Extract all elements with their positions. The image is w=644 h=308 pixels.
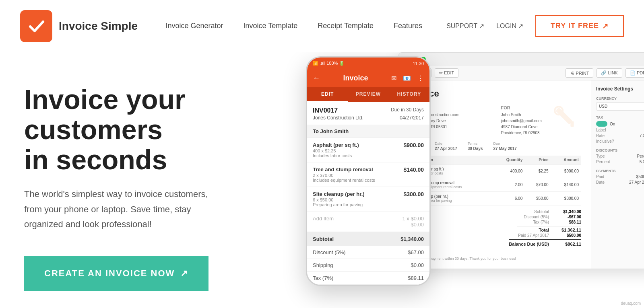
nav-features[interactable]: Features	[394, 22, 422, 30]
col-amount: Amount	[551, 156, 581, 164]
phone-tax: Tax (7%) $89.11	[307, 272, 429, 285]
col-quantity: Quantity	[493, 156, 525, 164]
table-row: Tree and stump removal Includes equipmen…	[409, 178, 581, 192]
logo-text: Invoice Simple	[59, 20, 138, 33]
invoice-notes: Notes Please remit payment within 30 day…	[409, 251, 581, 261]
logo[interactable]: Invoice Simple	[20, 10, 138, 42]
pdf-button[interactable]: 📄 PDF	[625, 68, 644, 78]
header: Invoice Simple Invoice Generator Invoice…	[0, 0, 644, 52]
currency-field[interactable]: USD ▾	[596, 102, 644, 111]
desktop-content: Invoice	[399, 80, 644, 269]
phone-invoice-header: INV0017 Due in 30 Days Jones Constructio…	[307, 102, 429, 125]
phone-tax-amount: $89.11	[408, 275, 424, 281]
main-nav: Invoice Generator Invoice Template Recei…	[166, 22, 423, 30]
tax-section: TAX On Label Tax Rate 7.00%	[596, 115, 644, 144]
header-right: SUPPORT ↗ LOGIN ↗ TRY IT FREE ↗	[446, 15, 624, 37]
login-arrow-icon: ↗	[518, 22, 523, 30]
support-arrow-icon: ↗	[479, 22, 484, 30]
desktop-titlebar	[399, 53, 644, 66]
hero-visuals: ✉ EMAIL ✏ EDIT 🖨 PRINT 🔗 LINK 📄 PDF Invo…	[282, 52, 644, 308]
print-button[interactable]: 🖨 PRINT	[566, 68, 593, 78]
hero-left: Invoice your customers in seconds The wo…	[0, 52, 282, 308]
phone-subtotal: Subtotal $1,340.00	[307, 232, 429, 246]
invoice-settings-panel: Invoice Settings CURRENCY USD ▾ TAX On	[591, 80, 644, 269]
try-free-arrow-icon: ↗	[602, 22, 609, 31]
phone-tab-preview[interactable]: PREVIEW	[348, 87, 388, 102]
table-row: Site cleanup (per hr.) Preparing area fo…	[409, 192, 581, 205]
logo-icon	[20, 10, 52, 42]
desktop-mockup: ✉ EMAIL ✏ EDIT 🖨 PRINT 🔗 LINK 📄 PDF Invo…	[398, 52, 644, 269]
phone-subtotal-amount: $1,340.00	[400, 236, 424, 242]
phone-item-1: Asphalt (per sq ft.) $900.00 400 x $2.25…	[307, 138, 429, 162]
login-link[interactable]: LOGIN ↗	[496, 22, 523, 30]
nav-receipt-template[interactable]: Receipt Template	[318, 22, 374, 30]
invoice-meta: Number INV0017 Date 27 Apr 2017 Terms 30…	[409, 142, 581, 151]
link-button[interactable]: 🔗 LINK	[597, 68, 622, 78]
phone-back-icon[interactable]: ←	[313, 74, 320, 82]
hero-subtext: The world's simplest way to invoice cust…	[24, 187, 225, 232]
nav-invoice-template[interactable]: Invoice Template	[244, 22, 298, 30]
balance-due-row: Balance Due (USD) $862.11	[509, 239, 581, 246]
phone-frame: 📶 .all 100% 🔋 11:30 ← Invoice ✉ 📧 ⋮ EDIT…	[306, 56, 431, 286]
phone-more-icon[interactable]: ⋮	[417, 74, 424, 82]
cta-arrow-icon: ↗	[180, 268, 188, 279]
phone-item-1-amount: $900.00	[403, 142, 424, 148]
phone-add-item[interactable]: Add Item 1 x $0.00 $0.00	[307, 211, 429, 232]
phone-shipping: Shipping $0.00	[307, 259, 429, 272]
phone-invoice-to: To John Smith	[307, 125, 429, 138]
phone-item-2-amount: $140.00	[403, 166, 424, 173]
phone-inv-due: Due in 30 Days	[391, 107, 424, 114]
desktop-toolbar: ✉ EMAIL ✏ EDIT 🖨 PRINT 🔗 LINK 📄 PDF	[399, 66, 644, 80]
svg-rect-0	[557, 109, 573, 125]
svg-rect-2	[570, 121, 574, 127]
phone-item-3-amount: $300.00	[403, 191, 424, 197]
col-price: Price	[525, 156, 551, 164]
invoice-totals: Subtotal $1,340.00 Discount (5%) -$67.00…	[409, 209, 581, 246]
support-link[interactable]: SUPPORT ↗	[446, 22, 484, 30]
tax-enabled-toggle[interactable]	[596, 121, 607, 127]
phone-tab-history[interactable]: HISTORY	[389, 87, 429, 102]
payments-section: PAYMENTS Paid $500.00 Date 27 Apr 2017	[596, 169, 644, 185]
main-content: Invoice your customers in seconds The wo…	[0, 52, 644, 308]
phone-shipping-amount: $0.00	[411, 262, 424, 268]
phone-tabs: EDIT PREVIEW HISTORY	[307, 87, 429, 102]
phone-inv-number: INV0017	[313, 107, 338, 114]
table-row: Asphalt (per sq ft.) Includes labor cost…	[409, 164, 581, 178]
nav-invoice-generator[interactable]: Invoice Generator	[166, 22, 223, 30]
phone-mockup: 📶 .all 100% 🔋 11:30 ← Invoice ✉ 📧 ⋮ EDIT…	[306, 56, 431, 286]
phone-statusbar: 📶 .all 100% 🔋 11:30	[307, 57, 429, 69]
phone-item-2: Tree and stump removal $140.00 2 x $70.0…	[307, 162, 429, 187]
headline: Invoice your customers in seconds	[24, 84, 258, 175]
phone-mail-icon[interactable]: ✉	[391, 74, 396, 82]
watermark: deuaq.com	[621, 301, 641, 306]
phone-toolbar-title: Invoice	[324, 74, 387, 82]
phone-company: Jones Construction Ltd.	[313, 115, 363, 121]
phone-inv-date: 04/27/2017	[400, 115, 424, 121]
cta-button[interactable]: CREATE AN INVOICE NOW ↗	[24, 256, 208, 291]
phone-item-3: Site cleanup (per hr.) $300.00 6 x $50.0…	[307, 187, 429, 211]
phone-email-icon[interactable]: 📧	[403, 74, 411, 82]
phone-discount-amount: $67.00	[408, 249, 424, 255]
currency-section: CURRENCY USD ▾	[596, 97, 644, 111]
discount-section: DISCOUNTS Type Percent Percent 5.00%	[596, 148, 644, 164]
settings-title: Invoice Settings	[596, 86, 644, 92]
edit-button[interactable]: ✏ EDIT	[435, 68, 458, 78]
phone-discount: Discount (5%) $67.00	[307, 246, 429, 259]
invoice-table: Description Quantity Price Amount Asphal…	[409, 156, 581, 205]
try-free-button[interactable]: TRY IT FREE ↗	[535, 15, 624, 37]
phone-tab-edit[interactable]: EDIT	[307, 87, 348, 102]
wrench-icon	[551, 103, 583, 136]
invoice-main-title: Invoice	[409, 88, 581, 99]
phone-toolbar: ← Invoice ✉ 📧 ⋮	[307, 69, 429, 87]
